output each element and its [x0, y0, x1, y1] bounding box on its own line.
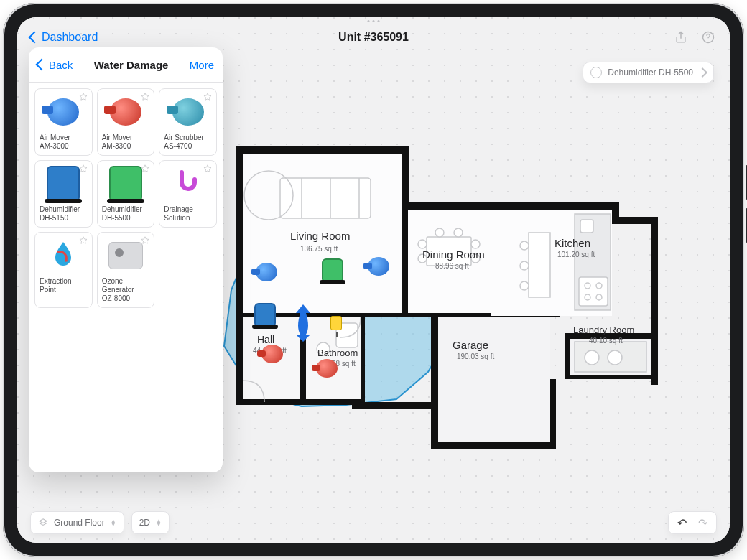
svg-rect-7	[651, 217, 658, 385]
equipment-name: Ozone Generator	[102, 277, 150, 294]
svg-point-41	[435, 228, 444, 237]
layers-icon	[38, 518, 48, 528]
screen: Dashboard Unit #365091 Dehumidifier DH-5…	[17, 17, 730, 543]
page-title: Unit #365091	[17, 31, 730, 44]
svg-point-53	[596, 294, 602, 300]
floor-label: Ground Floor	[54, 518, 105, 528]
equipment-card[interactable]: DehumidifierDH-5150	[34, 160, 93, 228]
help-button[interactable]	[700, 29, 717, 46]
bathroom-label: Bathroom	[317, 347, 358, 358]
laundry-label: Laundry Room	[573, 325, 634, 335]
stepper-icon: ▲▼	[111, 519, 116, 526]
bottom-bar: Ground Floor ▲▼ 2D ▲▼ ↶ ↷	[17, 503, 730, 543]
favorite-star-icon[interactable]	[203, 164, 213, 174]
chevron-left-icon	[29, 31, 41, 43]
living-room-label: Living Room	[290, 230, 350, 242]
equipment-name: Dehumidifier	[40, 205, 88, 214]
panel-more-button[interactable]: More	[190, 59, 214, 71]
breadcrumb-dashboard[interactable]: Dashboard	[30, 31, 98, 44]
svg-point-52	[585, 294, 590, 300]
redo-button[interactable]: ↷	[698, 516, 707, 530]
equipment-model: OZ-8000	[102, 294, 150, 303]
placed-dehumidifier-green[interactable]	[322, 258, 343, 283]
svg-rect-18	[431, 312, 438, 408]
floor-selector[interactable]: Ground Floor ▲▼	[30, 511, 124, 534]
svg-rect-4	[401, 202, 618, 210]
favorite-star-icon[interactable]	[203, 92, 213, 102]
placed-dehumidifier-blue[interactable]	[254, 303, 276, 327]
laundry-area: 40.10 sq ft	[589, 337, 623, 345]
kitchen-label: Kitchen	[555, 237, 590, 249]
placed-air-mover-red-1[interactable]	[261, 345, 283, 363]
equipment-card[interactable]: Extraction Point	[34, 232, 93, 308]
svg-rect-28	[438, 317, 550, 442]
svg-rect-14	[236, 312, 243, 405]
garage-label: Garage	[453, 339, 488, 351]
svg-point-55	[585, 350, 599, 365]
chevron-right-icon	[697, 67, 707, 78]
selected-equipment-pill[interactable]: Dehumidifier DH-5500	[583, 62, 714, 83]
svg-point-42	[454, 228, 463, 237]
equipment-name: Dehumidifier	[102, 205, 150, 214]
equipment-model: AS-4700	[164, 142, 212, 151]
svg-rect-2	[236, 146, 243, 319]
kitchen-area: 101.20 sq ft	[557, 251, 595, 258]
equipment-name: Air Mover	[102, 134, 150, 142]
undo-redo-group: ↶ ↷	[668, 511, 717, 534]
equipment-model: Solution	[164, 214, 212, 223]
info-icon	[590, 67, 602, 78]
drag-direction-arrow[interactable]	[289, 300, 317, 346]
equipment-card[interactable]: Ozone GeneratorOZ-8000	[97, 232, 155, 308]
selected-equipment-label: Dehumidifier DH-5500	[608, 67, 693, 78]
equipment-grid: Air MoverAM-3000Air MoverAM-3300Air Scru…	[29, 83, 223, 314]
svg-point-50	[585, 283, 590, 289]
equipment-name: Drainage	[164, 205, 212, 214]
placed-air-mover-blue-2[interactable]	[368, 257, 389, 276]
help-icon	[701, 30, 715, 45]
panel-back-label: Back	[49, 59, 73, 71]
placed-air-mover-red-2[interactable]	[316, 359, 338, 378]
panel-back-button[interactable]: Back	[37, 59, 73, 71]
chevron-left-icon	[36, 58, 48, 70]
share-button[interactable]	[672, 29, 690, 46]
share-icon	[674, 30, 688, 45]
undo-button[interactable]: ↶	[677, 516, 687, 530]
svg-point-39	[471, 240, 480, 248]
svg-point-51	[596, 283, 602, 289]
equipment-model: DH-5500	[102, 214, 150, 223]
svg-point-37	[418, 240, 427, 248]
svg-point-45	[520, 261, 529, 270]
equipment-card[interactable]: Air ScrubberAS-4700	[159, 88, 217, 156]
multitask-grabber[interactable]	[368, 20, 380, 22]
living-room-area: 136.75 sq ft	[300, 245, 338, 253]
favorite-star-icon[interactable]	[78, 92, 88, 102]
view-mode-toggle[interactable]: 2D ▲▼	[131, 511, 170, 534]
equipment-card[interactable]: Air MoverAM-3300	[97, 88, 155, 156]
svg-rect-43	[529, 233, 550, 297]
dining-room-area: 88.96 sq ft	[435, 262, 469, 270]
favorite-star-icon[interactable]	[78, 235, 88, 246]
equipment-card[interactable]: DrainageSolution	[159, 160, 217, 228]
hall-label: Hall	[257, 334, 274, 345]
stepper-icon: ▲▼	[156, 519, 162, 526]
equipment-card[interactable]: DehumidifierDH-5500	[97, 160, 155, 228]
moisture-meter-icon[interactable]	[330, 316, 343, 333]
equipment-panel: Back Water Damage More Air MoverAM-3000A…	[29, 47, 223, 472]
svg-rect-1	[236, 146, 408, 154]
equipment-model: AM-3300	[102, 142, 150, 151]
equipment-name: Air Scrubber	[164, 134, 212, 142]
svg-point-46	[520, 281, 529, 290]
ipad-device: Dashboard Unit #365091 Dehumidifier DH-5…	[0, 0, 747, 560]
equipment-panel-header: Back Water Damage More	[29, 47, 223, 83]
equipment-model: AM-3000	[40, 142, 88, 151]
view-mode-label: 2D	[139, 518, 150, 528]
floor-plan[interactable]: Living Room 136.75 sq ft Dining Room 88.…	[215, 125, 687, 461]
favorite-star-icon[interactable]	[140, 92, 150, 102]
equipment-card[interactable]: Air MoverAM-3000	[34, 88, 93, 156]
garage-area: 190.03 sq ft	[457, 353, 494, 360]
dining-room-label: Dining Room	[422, 248, 485, 261]
svg-rect-48	[580, 220, 593, 233]
svg-rect-6	[612, 217, 656, 224]
placed-air-mover-blue-1[interactable]	[256, 263, 277, 281]
svg-rect-49	[579, 277, 608, 306]
